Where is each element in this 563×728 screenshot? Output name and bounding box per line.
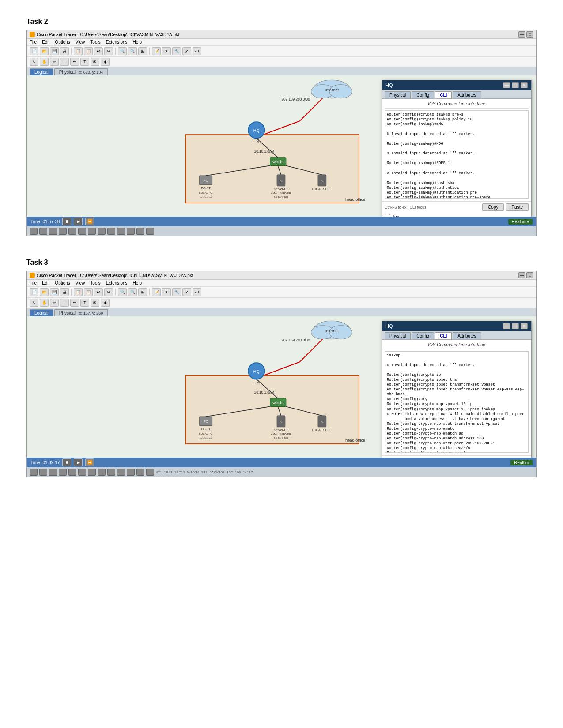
tb-text[interactable]: T: [80, 58, 89, 66]
hq-tab-attributes[interactable]: Attributes: [453, 91, 481, 98]
tb-tag[interactable]: 🏷: [193, 47, 201, 55]
hq-tab-cli[interactable]: CLI: [435, 91, 452, 98]
tb-redo[interactable]: ↪: [104, 47, 113, 55]
minimize-btn-task3[interactable]: —: [518, 272, 525, 278]
tb-add-note[interactable]: 📝: [152, 47, 161, 55]
tb-select[interactable]: ↖: [30, 58, 38, 66]
tb-undo-t3[interactable]: ↩: [94, 288, 103, 296]
tb-copy-t3[interactable]: 📋: [74, 288, 83, 296]
realtime-btn-task3[interactable]: Realtim: [510, 460, 533, 465]
tb-draw[interactable]: ✏: [50, 58, 59, 66]
hq-tab-physical[interactable]: Physical: [385, 91, 411, 98]
hq-tabs-task3: Physical Config CLI Attributes: [382, 331, 531, 340]
tb-save-t3[interactable]: 💾: [50, 288, 59, 296]
tb-email-t3[interactable]: ✉: [91, 299, 99, 307]
tb-extra-t3[interactable]: ◈: [101, 299, 110, 307]
hq-tab-config-task3[interactable]: Config: [412, 332, 434, 339]
tb-resize[interactable]: ⤢: [182, 47, 191, 55]
tb-undo[interactable]: ↩: [94, 47, 103, 55]
play-btn[interactable]: ▶: [74, 218, 83, 225]
menu-help-t3[interactable]: Help: [133, 281, 142, 285]
menu-edit-t3[interactable]: Edit: [42, 281, 49, 285]
tab-logical-task2[interactable]: Logical: [30, 68, 53, 75]
tb-paste[interactable]: 📋: [84, 47, 93, 55]
pause-btn[interactable]: ⏸: [62, 218, 71, 225]
menu-options[interactable]: Options: [55, 40, 70, 45]
menu-tools-t3[interactable]: Tools: [90, 281, 100, 285]
hq-tab-config[interactable]: Config: [412, 91, 434, 98]
menu-file[interactable]: File: [30, 40, 37, 45]
tab-logical-task3[interactable]: Logical: [30, 309, 53, 316]
tb-inspect-t3[interactable]: 🔧: [172, 288, 181, 296]
forward-btn-t3[interactable]: ⏩: [85, 458, 94, 466]
hq-close[interactable]: ✕: [521, 82, 528, 88]
tb-line[interactable]: —: [60, 58, 69, 66]
tb-move[interactable]: ✋: [40, 58, 49, 66]
hq-tab-cli-task3[interactable]: CLI: [435, 332, 452, 339]
hq-maximize-task3[interactable]: □: [512, 323, 519, 329]
tb-add-note-t3[interactable]: 📝: [152, 288, 161, 296]
forward-btn[interactable]: ⏩: [85, 218, 94, 225]
tb-tag-t3[interactable]: 🏷: [193, 288, 201, 296]
maximize-btn[interactable]: □: [526, 31, 533, 38]
tb-select-t3[interactable]: ↖: [30, 299, 38, 307]
tb-zoom-out[interactable]: 🔍: [128, 47, 137, 55]
minimize-btn[interactable]: —: [518, 31, 525, 38]
tb-fit[interactable]: ⊞: [138, 47, 147, 55]
tb-extra[interactable]: ◈: [101, 58, 110, 66]
hq-minimize[interactable]: —: [503, 82, 510, 88]
menu-extensions-t3[interactable]: Extensions: [106, 281, 128, 285]
tb-pencil[interactable]: ✒: [70, 58, 79, 66]
tb-save[interactable]: 💾: [50, 47, 59, 55]
ios-console-task2[interactable]: Router(config)#crypto isakmp pre-s Route…: [385, 110, 529, 199]
network-canvas-task3[interactable]: Internet 209.169.200.0/30 HQ HQ: [27, 316, 536, 458]
hq-tab-physical-task3[interactable]: Physical: [385, 332, 411, 339]
tb-new-t3[interactable]: 📄: [30, 288, 38, 296]
menu-view[interactable]: View: [76, 40, 85, 45]
maximize-btn-task3[interactable]: □: [526, 272, 533, 278]
copy-button-task2[interactable]: Copy: [482, 203, 504, 211]
tb-print[interactable]: 🖨: [60, 47, 69, 55]
tb-draw-t3[interactable]: ✏: [50, 299, 59, 307]
menu-extensions[interactable]: Extensions: [106, 40, 128, 45]
play-btn-t3[interactable]: ▶: [74, 458, 83, 466]
tb-zoom-in[interactable]: 🔍: [118, 47, 127, 55]
tb-email[interactable]: ✉: [91, 58, 99, 66]
hq-maximize[interactable]: □: [512, 82, 519, 88]
tb-fit-t3[interactable]: ⊞: [138, 288, 147, 296]
realtime-btn-task2[interactable]: Realtime: [508, 219, 533, 225]
tb-zoom-out-t3[interactable]: 🔍: [128, 288, 137, 296]
menu-help[interactable]: Help: [133, 40, 142, 45]
tb-print-t3[interactable]: 🖨: [60, 288, 69, 296]
tb-delete-t3[interactable]: ✕: [162, 288, 171, 296]
network-canvas-task2[interactable]: Internet 209.189.200.0/30 HQ HQ: [27, 75, 536, 217]
tb-pencil-t3[interactable]: ✒: [70, 299, 79, 307]
tab-physical-task2[interactable]: Physical x: 620, y: 134: [54, 68, 108, 75]
tb-open[interactable]: 📂: [40, 47, 49, 55]
hq-minimize-task3[interactable]: —: [503, 323, 510, 329]
menu-view-t3[interactable]: View: [76, 281, 85, 285]
tb-resize-t3[interactable]: ⤢: [182, 288, 191, 296]
pause-btn-t3[interactable]: ⏸: [62, 458, 71, 466]
tb-zoom-in-t3[interactable]: 🔍: [118, 288, 127, 296]
tb-delete[interactable]: ✕: [162, 47, 171, 55]
tb-move-t3[interactable]: ✋: [40, 299, 49, 307]
tb-redo-t3[interactable]: ↪: [104, 288, 113, 296]
tb-text-t3[interactable]: T: [80, 299, 89, 307]
menu-file-t3[interactable]: File: [30, 281, 37, 285]
tb-copy[interactable]: 📋: [74, 47, 83, 55]
tb-new[interactable]: 📄: [30, 47, 38, 55]
tb-inspect[interactable]: 🔧: [172, 47, 181, 55]
paste-button-task2[interactable]: Paste: [506, 203, 529, 211]
tb-line-t3[interactable]: —: [60, 299, 69, 307]
tab-physical-task3[interactable]: Physical x: 157, y: 260: [54, 309, 108, 316]
menu-edit[interactable]: Edit: [42, 40, 49, 45]
tb-open-t3[interactable]: 📂: [40, 288, 49, 296]
hq-close-task3[interactable]: ✕: [521, 323, 528, 329]
menu-options-t3[interactable]: Options: [55, 281, 70, 285]
tb-paste-t3[interactable]: 📋: [84, 288, 93, 296]
top-checkbox-task2[interactable]: [385, 214, 390, 217]
menu-tools[interactable]: Tools: [90, 40, 100, 45]
ios-console-task3[interactable]: isakmp % Invalid input detected at '"' m…: [385, 351, 529, 453]
hq-tab-attributes-task3[interactable]: Attributes: [453, 332, 481, 339]
